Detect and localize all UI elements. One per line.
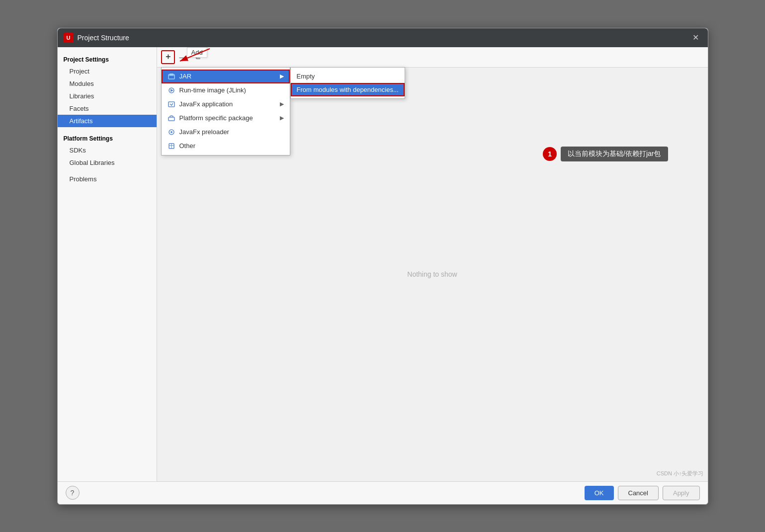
menu-item-javafx-preloader[interactable]: JavaFx preloader [162, 125, 290, 139]
watermark: CSDN 小↑头爱学习 [657, 470, 704, 477]
dialog-footer: ? OK Cancel Apply [58, 481, 708, 504]
from-modules-label: From modules with dependencies... [297, 86, 399, 93]
jar-arrow-icon: ▶ [280, 73, 284, 79]
svg-rect-8 [169, 117, 174, 121]
project-structure-dialog: U Project Structure ✕ Project Settings P… [57, 28, 708, 505]
platform-label: Platform specific package [179, 114, 253, 122]
project-settings-title: Project Settings [58, 52, 157, 65]
platform-arrow-icon: ▶ [280, 115, 284, 121]
sidebar-item-project[interactable]: Project [58, 65, 157, 77]
svg-marker-6 [170, 89, 173, 92]
sidebar-item-problems[interactable]: Problems [58, 173, 157, 185]
sidebar-item-libraries[interactable]: Libraries [58, 90, 157, 102]
step-badge: 1 [543, 147, 557, 161]
tooltip-annotation: 1 以当前模块为基础/依赖打jar包 [543, 147, 668, 161]
jar-icon [168, 73, 175, 80]
menu-item-jar[interactable]: JAR ▶ [162, 70, 290, 83]
main-menu: JAR ▶ Run-time image (JLink) JavaFx ap [161, 67, 290, 155]
cancel-button[interactable]: Cancel [618, 486, 659, 500]
add-icon: ＋ [164, 52, 172, 62]
dialog-title: Project Structure [78, 34, 690, 42]
preloader-icon [168, 128, 175, 136]
sidebar-item-artifacts[interactable]: Artifacts [58, 115, 157, 127]
javafx-icon [168, 100, 175, 108]
preloader-label: JavaFx preloader [179, 128, 229, 136]
close-button[interactable]: ✕ [690, 32, 702, 44]
svg-rect-7 [169, 102, 174, 107]
platform-settings-title: Platform Settings [58, 131, 157, 144]
menu-item-runtime-image[interactable]: Run-time image (JLink) [162, 83, 290, 97]
tooltip-text: 以当前模块为基础/依赖打jar包 [561, 147, 668, 161]
svg-rect-3 [170, 74, 173, 76]
footer-left: ? [66, 486, 80, 500]
runtime-label: Run-time image (JLink) [179, 86, 246, 94]
app-icon: U [64, 33, 74, 43]
main-area: ＋ Add — ⧉ Nothing to show [157, 47, 708, 481]
empty-label: Empty [297, 73, 315, 80]
svg-point-10 [170, 131, 172, 133]
jar-submenu: Empty From modules with dependencies... [290, 67, 405, 99]
help-button[interactable]: ? [66, 486, 80, 500]
submenu-item-empty[interactable]: Empty [291, 70, 405, 83]
add-button[interactable]: ＋ [161, 50, 175, 64]
ok-button[interactable]: OK [585, 486, 614, 500]
platform-icon [168, 114, 175, 122]
sidebar-item-sdks[interactable]: SDKs [58, 144, 157, 156]
sidebar-divider-1 [58, 127, 157, 131]
other-label: Other [179, 142, 196, 150]
sidebar-item-modules[interactable]: Modules [58, 77, 157, 90]
toolbar: ＋ Add — ⧉ [157, 47, 708, 68]
menu-item-other[interactable]: Other [162, 139, 290, 153]
sidebar-item-facets[interactable]: Facets [58, 102, 157, 115]
javafx-arrow-icon: ▶ [280, 101, 284, 107]
apply-button[interactable]: Apply [663, 486, 700, 500]
nothing-to-show-label: Nothing to show [407, 270, 457, 278]
title-bar: U Project Structure ✕ [58, 28, 708, 47]
sidebar-divider-2 [58, 169, 157, 173]
add-dropdown: JAR ▶ Run-time image (JLink) JavaFx ap [161, 67, 405, 155]
menu-item-platform-package[interactable]: Platform specific package ▶ [162, 111, 290, 125]
sidebar: Project Settings Project Modules Librari… [58, 47, 157, 481]
javafx-label: JavaFx application [179, 100, 233, 108]
jar-label: JAR [179, 73, 192, 80]
add-label-annotation: Add [187, 47, 207, 58]
menu-item-javafx-app[interactable]: JavaFx application ▶ [162, 97, 290, 111]
footer-right: OK Cancel Apply [585, 486, 700, 500]
submenu-item-from-modules[interactable]: From modules with dependencies... [291, 83, 405, 96]
other-icon [168, 142, 175, 150]
sidebar-item-global-libraries[interactable]: Global Libraries [58, 156, 157, 169]
runtime-icon [168, 86, 175, 94]
dialog-body: Project Settings Project Modules Librari… [58, 47, 708, 481]
